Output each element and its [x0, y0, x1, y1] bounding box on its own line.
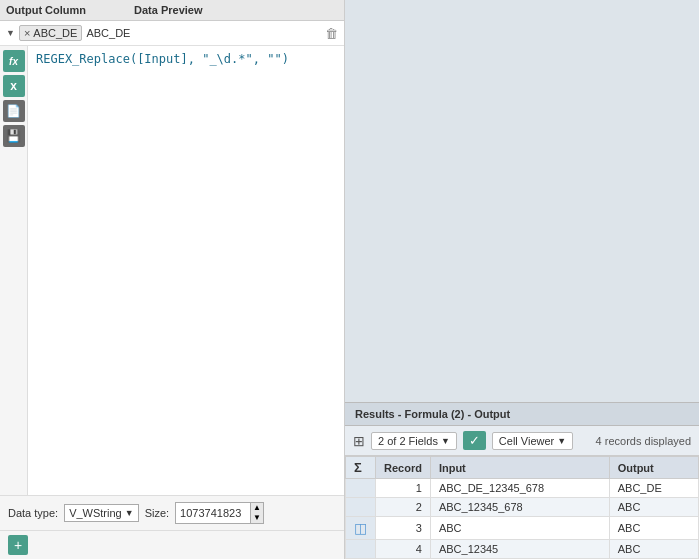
row-number: 4	[376, 540, 431, 559]
output-cell: ABC	[609, 540, 698, 559]
datatype-value: V_WString	[69, 507, 122, 519]
fields-dropdown[interactable]: 2 of 2 Fields ▼	[371, 432, 457, 450]
formula-section: fx x 📄 💾 REGEX_Replace([Input], "_\d.*",…	[0, 46, 344, 495]
row-icon-cell	[346, 540, 376, 559]
cell-viewer-arrow: ▼	[557, 436, 566, 446]
output-tag-label: ABC_DE	[33, 27, 77, 39]
add-button[interactable]: +	[8, 535, 28, 555]
data-preview-header: Data Preview	[134, 4, 202, 16]
formula-text: REGEX_Replace([Input], "_\d.*", "")	[28, 46, 344, 495]
check-button[interactable]: ✓	[463, 431, 486, 450]
input-cell: ABC	[430, 517, 609, 540]
records-label: 4 records displayed	[596, 435, 691, 447]
record-header: Record	[376, 457, 431, 479]
table-icon-header: Σ	[346, 457, 376, 479]
datatype-select[interactable]: V_WString ▼	[64, 504, 139, 522]
row-number: 1	[376, 479, 431, 498]
results-toolbar: ⊞ 2 of 2 Fields ▼ ✓ Cell Viewer ▼ 4 reco…	[345, 426, 699, 456]
spinner-down-icon[interactable]: ▼	[251, 513, 263, 523]
size-spinner[interactable]: ▲ ▼	[250, 502, 264, 524]
right-panel: Output = REGEX_Replace ([Input], "_\d.*"…	[345, 0, 699, 559]
output-header: Output	[609, 457, 698, 479]
row-special-icon: ◫	[354, 520, 367, 536]
left-panel: Output Column Data Preview ▼ × ABC_DE AB…	[0, 0, 345, 559]
doc-icon-btn[interactable]: 📄	[3, 100, 25, 122]
sigma-icon: Σ	[354, 460, 362, 475]
canvas-area[interactable]: Output = REGEX_Replace ([Input], "_\d.*"…	[345, 0, 699, 402]
results-panel: Results - Formula (2) - Output ⊞ 2 of 2 …	[345, 402, 699, 559]
input-cell: ABC_DE_12345_678	[430, 479, 609, 498]
size-input[interactable]	[175, 502, 250, 524]
column-headers: Output Column Data Preview	[0, 0, 344, 21]
add-row: +	[0, 530, 344, 559]
input-header: Input	[430, 457, 609, 479]
spinner-up-icon[interactable]: ▲	[251, 503, 263, 513]
output-cell: ABC_DE	[609, 479, 698, 498]
row-number: 2	[376, 498, 431, 517]
save-icon-btn[interactable]: 💾	[3, 125, 25, 147]
cell-viewer-button[interactable]: Cell Viewer ▼	[492, 432, 573, 450]
results-table: Σ Record Input Output 1ABC_DE_12345_678A…	[345, 456, 699, 559]
output-cell: ABC	[609, 517, 698, 540]
cell-viewer-label: Cell Viewer	[499, 435, 554, 447]
dropdown-arrow-icon[interactable]: ▼	[6, 28, 15, 38]
x-icon-btn[interactable]: x	[3, 75, 25, 97]
table-row: 4ABC_12345ABC	[346, 540, 699, 559]
table-row: 2ABC_12345_678ABC	[346, 498, 699, 517]
row-number: 3	[376, 517, 431, 540]
input-cell: ABC_12345	[430, 540, 609, 559]
fields-count-label: 2 of 2 Fields	[378, 435, 438, 447]
results-header: Results - Formula (2) - Output	[345, 403, 699, 426]
trash-icon[interactable]: 🗑	[325, 26, 338, 41]
preview-value: ABC_DE	[86, 27, 321, 39]
datatype-label: Data type:	[8, 507, 58, 519]
grid-icon: ⊞	[353, 433, 365, 449]
output-column-header: Output Column	[6, 4, 126, 16]
icon-column: fx x 📄 💾	[0, 46, 28, 495]
input-cell: ABC_12345_678	[430, 498, 609, 517]
datatype-row: Data type: V_WString ▼ Size: ▲ ▼	[0, 495, 344, 530]
row-icon-cell	[346, 479, 376, 498]
output-row: ▼ × ABC_DE ABC_DE 🗑	[0, 21, 344, 46]
row-icon-cell: ◫	[346, 517, 376, 540]
output-tag[interactable]: × ABC_DE	[19, 25, 82, 41]
row-icon-cell	[346, 498, 376, 517]
table-row: ◫3ABCABC	[346, 517, 699, 540]
fx-icon-btn[interactable]: fx	[3, 50, 25, 72]
fields-dropdown-arrow: ▼	[441, 436, 450, 446]
datatype-dropdown-arrow: ▼	[125, 508, 134, 518]
output-cell: ABC	[609, 498, 698, 517]
size-label: Size:	[145, 507, 169, 519]
table-row: 1ABC_DE_12345_678ABC_DE	[346, 479, 699, 498]
output-tag-close-icon[interactable]: ×	[24, 27, 30, 39]
